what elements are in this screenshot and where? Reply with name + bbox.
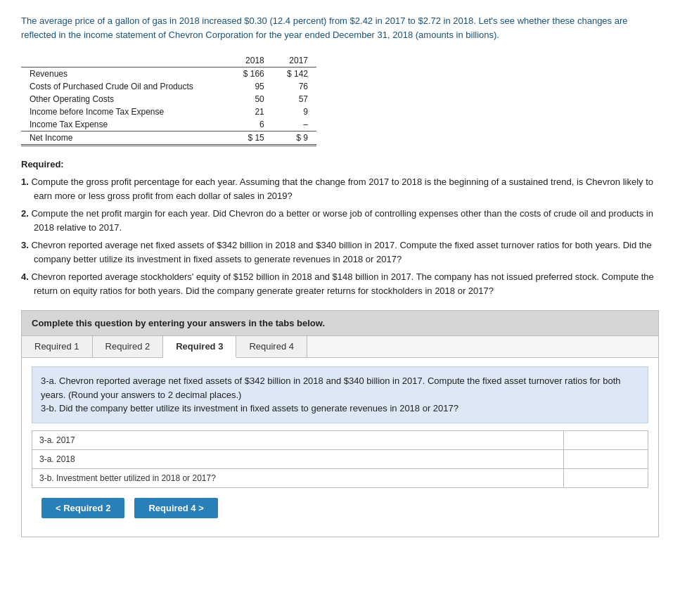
tabs-container: Required 1 Required 2 Required 3 Require…	[21, 336, 659, 537]
list-item: 2. Compute the net profit margin for eac…	[21, 207, 659, 234]
table-row-net-income: Net Income $ 15 $ 9	[21, 131, 316, 146]
tab3-content: 3-a. Chevron reported average net fixed …	[22, 358, 658, 537]
table-row: Other Operating Costs 50 57	[21, 93, 316, 105]
list-item: 3. Chevron reported average net fixed as…	[21, 238, 659, 266]
list-item: 4. Chevron reported average stockholders…	[21, 270, 659, 297]
input-field-2018[interactable]	[563, 450, 648, 468]
financial-table: 2018 2017 Revenues $ 166 $ 142 Costs of …	[21, 54, 316, 146]
input-row-3b: 3-b. Investment better utilized in 2018 …	[32, 468, 648, 488]
required-list: 1. Compute the gross profit percentage f…	[21, 175, 659, 297]
question-box: Complete this question by entering your …	[21, 310, 659, 336]
nav-buttons: < Required 2 Required 4 >	[32, 498, 648, 528]
table-row: Costs of Purchased Crude Oil and Product…	[21, 80, 316, 93]
table-row: Income before Income Tax Expense 21 9	[21, 105, 316, 118]
col-header-2017: 2017	[273, 54, 316, 68]
table-row: Income Tax Expense 6 –	[21, 118, 316, 131]
col-header-2018: 2018	[229, 54, 272, 68]
input-label-3b: 3-b. Investment better utilized in 2018 …	[32, 470, 563, 487]
intro-text: The average price of a gallon of gas in …	[21, 14, 659, 41]
input-label-2017: 3-a. 2017	[32, 432, 563, 449]
tab-required-4[interactable]: Required 4	[236, 336, 307, 357]
tab-required-3[interactable]: Required 3	[163, 336, 236, 358]
tab-required-2[interactable]: Required 2	[93, 336, 164, 357]
list-item: 1. Compute the gross profit percentage f…	[21, 175, 659, 203]
table-row: Revenues $ 166 $ 142	[21, 68, 316, 81]
input-field-2017[interactable]	[563, 431, 648, 449]
input-rows: 3-a. 2017 3-a. 2018 3-b. Investment bett…	[32, 430, 648, 488]
next-button[interactable]: Required 4 >	[134, 498, 217, 518]
input-label-2018: 3-a. 2018	[32, 451, 563, 468]
tab-required-1[interactable]: Required 1	[22, 336, 93, 357]
input-row-2018: 3-a. 2018	[32, 449, 648, 468]
input-field-3b[interactable]	[563, 469, 648, 487]
prev-button[interactable]: < Required 2	[41, 498, 124, 518]
tabs-row: Required 1 Required 2 Required 3 Require…	[22, 336, 658, 358]
required-heading: Required:	[21, 159, 659, 169]
tab3-description: 3-a. Chevron reported average net fixed …	[32, 366, 648, 423]
input-row-2017: 3-a. 2017	[32, 430, 648, 449]
